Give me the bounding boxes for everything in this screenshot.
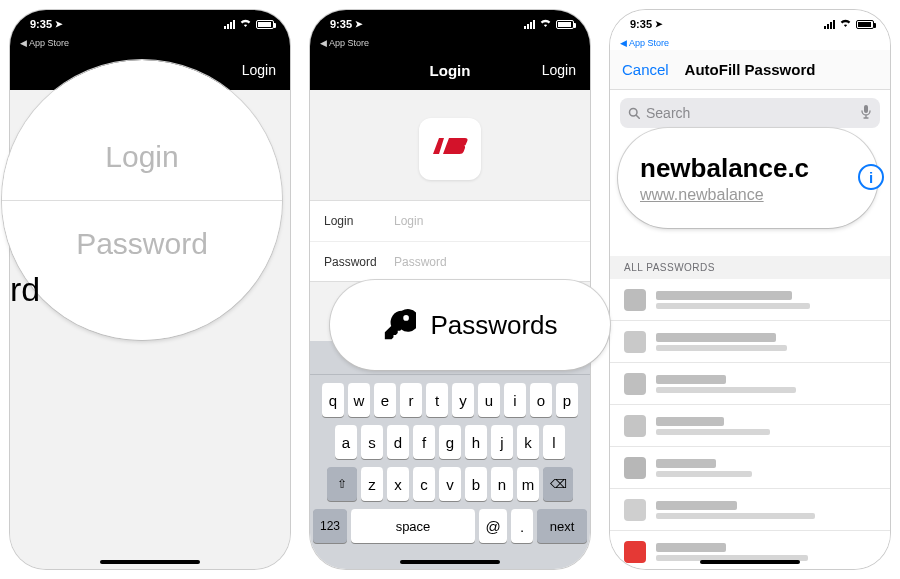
key-w[interactable]: w: [348, 383, 370, 417]
key-q[interactable]: q: [322, 383, 344, 417]
key-f[interactable]: f: [413, 425, 435, 459]
key-t[interactable]: t: [426, 383, 448, 417]
key-s[interactable]: s: [361, 425, 383, 459]
key-g[interactable]: g: [439, 425, 461, 459]
key-icon: [382, 308, 416, 342]
credential-row[interactable]: [610, 447, 890, 489]
status-bar: 9:35➤: [610, 10, 890, 38]
key-o[interactable]: o: [530, 383, 552, 417]
status-time: 9:35: [30, 18, 52, 30]
phone-screen-3: 9:35➤ ◀ App Store Cancel AutoFill Passwo…: [610, 10, 890, 569]
favicon: [624, 415, 646, 437]
nav-login-button[interactable]: Login: [542, 62, 576, 78]
status-bar: 9:35➤: [310, 10, 590, 38]
signal-icon: [224, 20, 235, 29]
dot-key[interactable]: .: [511, 509, 533, 543]
login-input[interactable]: [394, 214, 576, 228]
svg-line-1: [636, 115, 639, 118]
login-label: Login: [324, 214, 394, 228]
signal-icon: [824, 20, 835, 29]
nb-logo-icon: [430, 134, 470, 164]
location-icon: ➤: [355, 19, 363, 29]
autofill-title: AutoFill Password: [685, 61, 816, 78]
next-key[interactable]: next: [537, 509, 587, 543]
keyboard: qwertyuiop asdfghjkl ⇧ zxcvbnm ⌫ 123 spa…: [310, 341, 590, 569]
numbers-key[interactable]: 123: [313, 509, 347, 543]
back-to-app[interactable]: ◀ App Store: [610, 38, 890, 50]
login-form: Login Password: [310, 200, 590, 282]
key-u[interactable]: u: [478, 383, 500, 417]
password-label: Password: [324, 255, 394, 269]
favicon: [624, 499, 646, 521]
nav-title: Login: [430, 62, 471, 79]
autofill-header: Cancel AutoFill Password: [610, 50, 890, 90]
key-p[interactable]: p: [556, 383, 578, 417]
search-input[interactable]: Search: [620, 98, 880, 128]
favicon: [624, 373, 646, 395]
credential-row[interactable]: [610, 489, 890, 531]
credentials-list: [610, 279, 890, 569]
key-r[interactable]: r: [400, 383, 422, 417]
at-key[interactable]: @: [479, 509, 507, 543]
shift-key[interactable]: ⇧: [327, 467, 357, 501]
zoom-login-fields: Login Password rd: [2, 60, 282, 340]
dictate-icon[interactable]: [860, 104, 872, 123]
signal-icon: [524, 20, 535, 29]
key-z[interactable]: z: [361, 467, 383, 501]
zoom-login-label[interactable]: Login: [2, 114, 282, 200]
credential-domain: newbalance.c: [640, 153, 809, 184]
credential-url: www.newbalance: [640, 186, 764, 204]
autofill-passwords-label: Passwords: [430, 310, 557, 341]
password-input[interactable]: [394, 255, 576, 269]
key-c[interactable]: c: [413, 467, 435, 501]
key-y[interactable]: y: [452, 383, 474, 417]
zoom-edge-text: rd: [10, 270, 40, 309]
favicon: [624, 457, 646, 479]
home-indicator[interactable]: [700, 560, 800, 564]
space-key[interactable]: space: [351, 509, 475, 543]
key-v[interactable]: v: [439, 467, 461, 501]
favicon: [624, 289, 646, 311]
credential-row[interactable]: [610, 279, 890, 321]
search-icon: [628, 107, 640, 119]
key-a[interactable]: a: [335, 425, 357, 459]
nav-login-button[interactable]: Login: [242, 62, 276, 78]
credential-row[interactable]: [610, 363, 890, 405]
kbd-row-3: ⇧ zxcvbnm ⌫: [313, 467, 587, 501]
key-e[interactable]: e: [374, 383, 396, 417]
wifi-icon: [539, 18, 552, 30]
key-h[interactable]: h: [465, 425, 487, 459]
key-x[interactable]: x: [387, 467, 409, 501]
zoom-password-label[interactable]: Password: [2, 201, 282, 287]
cancel-button[interactable]: Cancel: [622, 61, 669, 78]
nav-bar: Login Login: [310, 50, 590, 90]
key-k[interactable]: k: [517, 425, 539, 459]
key-j[interactable]: j: [491, 425, 513, 459]
battery-icon: [256, 20, 274, 29]
zoom-credential-newbalance[interactable]: newbalance.c www.newbalance i: [618, 128, 878, 228]
status-time: 9:35: [630, 18, 652, 30]
back-to-app[interactable]: ◀ App Store: [310, 38, 590, 50]
credential-row[interactable]: [610, 405, 890, 447]
key-m[interactable]: m: [517, 467, 539, 501]
key-l[interactable]: l: [543, 425, 565, 459]
home-indicator[interactable]: [100, 560, 200, 564]
key-b[interactable]: b: [465, 467, 487, 501]
search-placeholder: Search: [646, 105, 690, 121]
info-icon[interactable]: i: [858, 164, 884, 190]
favicon: [624, 331, 646, 353]
key-i[interactable]: i: [504, 383, 526, 417]
status-time: 9:35: [330, 18, 352, 30]
home-indicator[interactable]: [400, 560, 500, 564]
app-logo: [419, 118, 481, 180]
back-to-app[interactable]: ◀ App Store: [10, 38, 290, 50]
favicon: [624, 541, 646, 563]
section-all-passwords: ALL PASSWORDS: [610, 256, 890, 279]
location-icon: ➤: [655, 19, 663, 29]
key-d[interactable]: d: [387, 425, 409, 459]
zoom-autofill-passwords-button[interactable]: Passwords: [330, 280, 610, 370]
location-icon: ➤: [55, 19, 63, 29]
key-n[interactable]: n: [491, 467, 513, 501]
credential-row[interactable]: [610, 321, 890, 363]
backspace-key[interactable]: ⌫: [543, 467, 573, 501]
